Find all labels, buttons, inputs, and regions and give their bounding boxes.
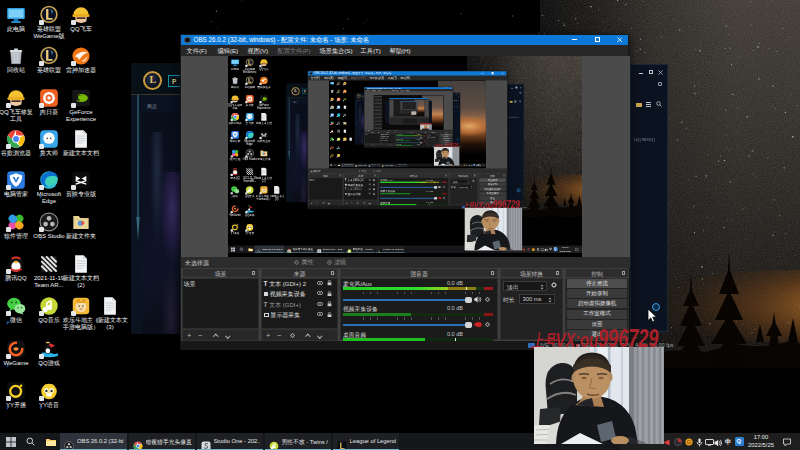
- svg-text:G: G: [532, 248, 534, 252]
- svg-text:G: G: [687, 439, 692, 445]
- svg-text:G: G: [463, 165, 464, 166]
